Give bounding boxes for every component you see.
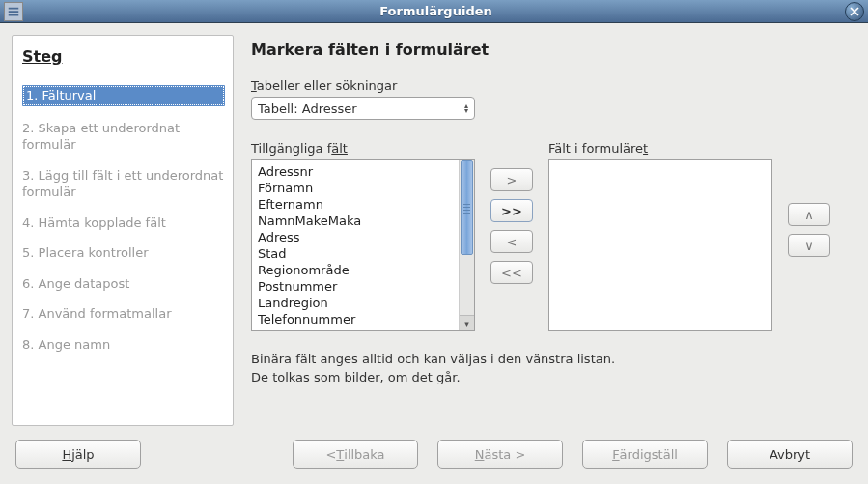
app-icon xyxy=(4,2,23,21)
note-line1: Binära fält anges alltid och kan väljas … xyxy=(251,351,847,369)
step-4-joined-fields[interactable]: 4. Hämta kopplade fält xyxy=(22,214,225,232)
selected-fields-wrap: Fält i formuläret xyxy=(548,141,772,331)
step-6-data-entry[interactable]: 6. Ange datapost xyxy=(22,275,225,293)
page-title: Markera fälten i formuläret xyxy=(251,41,847,59)
content-area: Steg 1. Fälturval 2. Skapa ett underordn… xyxy=(12,35,856,426)
list-item[interactable]: Telefonnummer xyxy=(258,312,453,327)
back-button[interactable]: < Tillbaka xyxy=(293,440,418,469)
scrollbar-thumb[interactable] xyxy=(461,160,473,255)
step-3-subform-fields[interactable]: 3. Lägg till fält i ett underordnat form… xyxy=(22,167,225,201)
tables-combo-value: Tabell: Adresser xyxy=(258,101,357,116)
available-fields-label: Tillgängliga fält xyxy=(251,141,475,156)
tables-label: Tabeller eller sökningar xyxy=(251,78,847,93)
combo-spin-icon: ▴▾ xyxy=(464,103,468,113)
selected-fields-items xyxy=(549,160,771,330)
move-up-button[interactable]: ∧ xyxy=(788,203,830,226)
list-item[interactable]: Regionområde xyxy=(258,263,453,277)
available-fields-wrap: Tillgängliga fält Adressnr Förnamn Efter… xyxy=(251,141,475,331)
note-line2: De tolkas som bilder, om det går. xyxy=(251,369,847,387)
reorder-buttons: ∧ ∨ xyxy=(788,203,830,257)
info-note: Binära fält anges alltid och kan väljas … xyxy=(251,351,847,387)
scrollbar-down-icon[interactable]: ▾ xyxy=(460,315,474,330)
list-item[interactable]: Efternamn xyxy=(258,197,453,212)
list-item[interactable]: Stad xyxy=(258,246,453,261)
selected-fields-listbox[interactable] xyxy=(548,159,772,331)
available-fields-listbox[interactable]: Adressnr Förnamn Efternamn NamnMakeMaka … xyxy=(251,159,475,331)
steps-list: 1. Fälturval 2. Skapa ett underordnat fo… xyxy=(22,85,225,353)
wizard-button-row: Hjälp < Tillbaka Nästa > Färdigställ Avb… xyxy=(12,434,856,472)
available-scrollbar[interactable]: ▾ xyxy=(459,160,474,330)
steps-sidebar: Steg 1. Fälturval 2. Skapa ett underordn… xyxy=(12,35,234,426)
step-5-arrange-controls[interactable]: 5. Placera kontroller xyxy=(22,244,225,262)
main-panel: Markera fälten i formuläret Tabeller ell… xyxy=(241,35,856,426)
titlebar: Formulärguiden xyxy=(0,0,868,23)
list-item[interactable]: Adress xyxy=(258,230,453,244)
list-item[interactable]: NamnMakeMaka xyxy=(258,214,453,228)
window-body: Steg 1. Fälturval 2. Skapa ett underordn… xyxy=(0,23,868,484)
steps-heading: Steg xyxy=(22,47,225,66)
step-8-name[interactable]: 8. Ange namn xyxy=(22,336,225,354)
selected-fields-label: Fält i formuläret xyxy=(548,141,772,156)
cancel-button[interactable]: Avbryt xyxy=(727,440,853,469)
step-2-subform[interactable]: 2. Skapa ett underordnat formulär xyxy=(22,120,225,154)
step-7-styles[interactable]: 7. Använd formatmallar xyxy=(22,305,225,323)
list-item[interactable]: Adressnr xyxy=(258,164,453,179)
help-button[interactable]: Hjälp xyxy=(15,440,141,469)
move-down-button[interactable]: ∨ xyxy=(788,234,830,257)
tables-combo[interactable]: Tabell: Adresser ▴▾ xyxy=(251,97,475,120)
add-button[interactable]: > xyxy=(490,168,533,191)
list-item[interactable]: Förnamn xyxy=(258,181,453,195)
next-button[interactable]: Nästa > xyxy=(437,440,563,469)
transfer-buttons: > >> < << xyxy=(490,168,533,284)
remove-button[interactable]: < xyxy=(490,230,533,253)
step-1-fields[interactable]: 1. Fälturval xyxy=(22,85,225,106)
list-item[interactable]: Landregion xyxy=(258,296,453,310)
remove-all-button[interactable]: << xyxy=(490,261,533,284)
button-spacer xyxy=(160,440,273,469)
add-all-button[interactable]: >> xyxy=(490,199,533,222)
window-title: Formulärguiden xyxy=(27,4,845,18)
finish-button[interactable]: Färdigställ xyxy=(582,440,708,469)
available-fields-items: Adressnr Förnamn Efternamn NamnMakeMaka … xyxy=(252,160,459,330)
close-button[interactable] xyxy=(845,2,864,21)
list-item[interactable]: Postnummer xyxy=(258,279,453,294)
field-columns: Tillgängliga fält Adressnr Förnamn Efter… xyxy=(251,141,847,331)
